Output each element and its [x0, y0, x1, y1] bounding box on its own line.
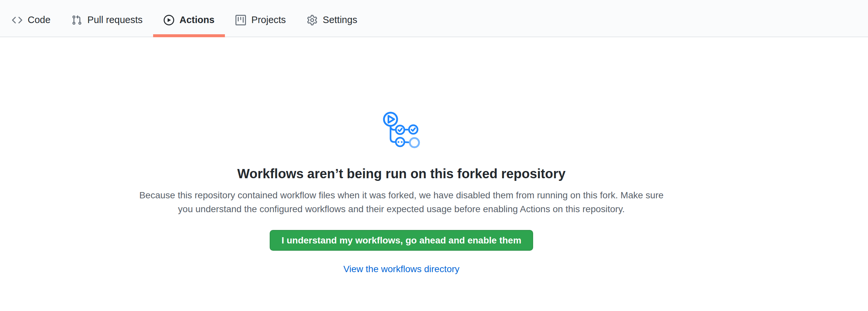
tab-settings-label: Settings [323, 15, 357, 25]
tab-actions-label: Actions [180, 15, 214, 25]
actions-blankslate: Workflows aren’t being run on this forke… [0, 37, 803, 274]
tab-code[interactable]: Code [1, 0, 61, 37]
page-title: Workflows aren’t being run on this forke… [0, 165, 803, 182]
blankslate-description: Because this repository contained workfl… [138, 188, 665, 216]
git-pull-request-icon [71, 15, 82, 25]
play-icon [164, 15, 174, 25]
enable-workflows-button[interactable]: I understand my workflows, go ahead and … [270, 230, 533, 251]
code-icon [12, 15, 22, 25]
gear-icon [307, 15, 317, 25]
tab-settings[interactable]: Settings [297, 0, 368, 37]
tab-code-label: Code [28, 15, 51, 25]
tab-pull-requests[interactable]: Pull requests [61, 0, 153, 37]
workflows-directory-link[interactable]: View the workflows directory [343, 264, 460, 274]
repo-tab-bar: Code Pull requests Actions Projects Sett… [0, 0, 868, 37]
tab-pull-requests-label: Pull requests [87, 15, 143, 25]
workflow-graph-icon [383, 112, 420, 149]
tab-projects-label: Projects [251, 15, 286, 25]
tab-actions[interactable]: Actions [153, 0, 225, 37]
tab-projects[interactable]: Projects [225, 0, 297, 37]
project-icon [236, 15, 246, 25]
